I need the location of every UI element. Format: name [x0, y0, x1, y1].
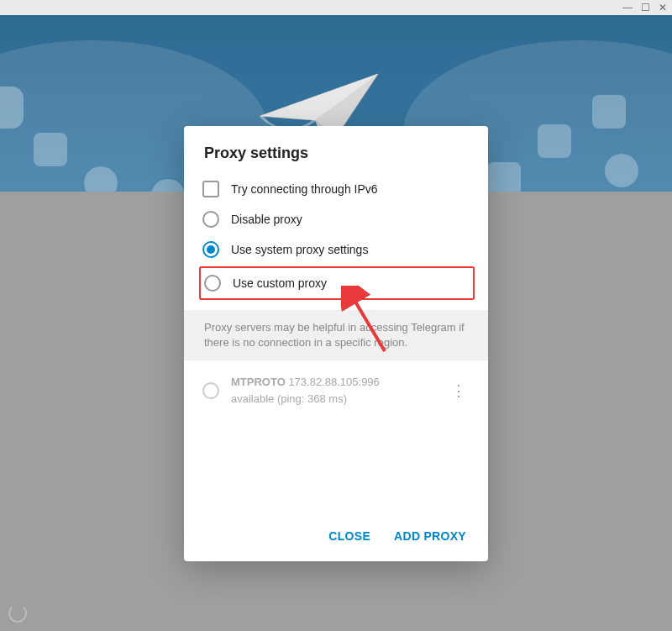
- decorative-icon: [0, 87, 24, 129]
- dialog-title: Proxy settings: [184, 126, 488, 174]
- proxy-details: MTPROTO 173.82.88.105:996 available (pin…: [231, 374, 436, 407]
- picture-icon: [538, 124, 571, 158]
- video-icon: [605, 154, 638, 187]
- radio-icon[interactable]: [202, 382, 219, 399]
- proxy-status: available (ping: 368 ms): [231, 391, 436, 408]
- window-titlebar: — ☐ ✕: [0, 0, 672, 15]
- option-label: Use custom proxy: [233, 276, 327, 290]
- option-label: Disable proxy: [231, 213, 302, 226]
- proxy-settings-dialog: Proxy settings Try connecting through IP…: [184, 126, 488, 561]
- proxy-address: 173.82.88.105:996: [288, 376, 379, 388]
- radio-icon[interactable]: [202, 241, 219, 258]
- option-label: Try connecting through IPv6: [231, 182, 378, 196]
- annotation-highlight-box: Use custom proxy: [199, 266, 475, 300]
- document-icon: [487, 162, 521, 192]
- lock-icon: [592, 95, 626, 129]
- option-ipv6[interactable]: Try connecting through IPv6: [202, 174, 470, 204]
- maximize-button[interactable]: ☐: [641, 3, 650, 13]
- minimize-button[interactable]: —: [622, 3, 633, 13]
- radio-icon[interactable]: [204, 275, 221, 292]
- radio-icon[interactable]: [202, 211, 219, 228]
- dialog-actions: CLOSE ADD PROXY: [184, 513, 488, 561]
- option-disable-proxy[interactable]: Disable proxy: [202, 204, 470, 234]
- option-system-proxy[interactable]: Use system proxy settings: [202, 234, 470, 265]
- music-note-icon: [34, 133, 67, 166]
- proxy-protocol: MTPROTO: [231, 376, 286, 388]
- close-button[interactable]: CLOSE: [328, 529, 370, 543]
- kebab-menu-icon[interactable]: ⋮: [448, 380, 470, 402]
- proxy-options-group: Try connecting through IPv6 Disable prox…: [184, 174, 488, 310]
- checkbox-icon[interactable]: [202, 181, 219, 197]
- close-window-button[interactable]: ✕: [659, 3, 667, 13]
- add-proxy-button[interactable]: ADD PROXY: [394, 529, 466, 543]
- option-label: Use system proxy settings: [231, 243, 368, 256]
- loading-spinner-icon: [8, 604, 27, 623]
- proxy-list-item[interactable]: MTPROTO 173.82.88.105:996 available (pin…: [184, 360, 488, 420]
- option-custom-proxy[interactable]: Use custom proxy: [201, 273, 466, 293]
- proxy-info-text: Proxy servers may be helpful in accessin…: [184, 310, 488, 360]
